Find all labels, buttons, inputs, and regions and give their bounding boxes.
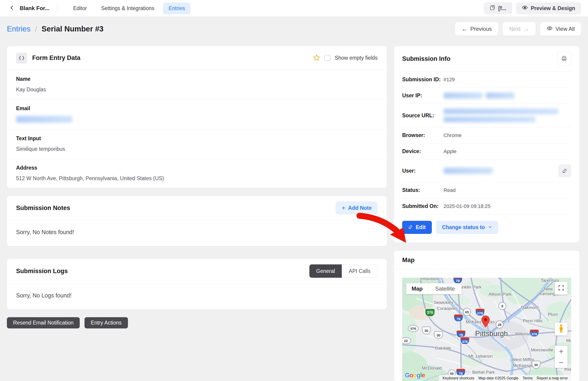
- google-logo[interactable]: Google: [405, 372, 425, 379]
- pencil-icon: [562, 168, 567, 174]
- previous-label: Previous: [470, 26, 492, 32]
- map-town-label: Aliquippa: [421, 278, 439, 281]
- star-icon[interactable]: [313, 54, 320, 62]
- map-town-label: Monroeville: [531, 347, 553, 353]
- edit-entry-button[interactable]: Edit: [402, 221, 432, 234]
- breadcrumb: Entries / Serial Number #3: [7, 24, 104, 33]
- info-row: Submission ID: #129: [402, 71, 571, 88]
- entry-field-row: Address 512 W North Ave, Pittsburgh, Pen…: [7, 159, 387, 188]
- google-logo-letter: o: [410, 372, 413, 379]
- map-route-shield: 28: [496, 321, 504, 328]
- submission-info-card: Submission Info Submission ID: #129 User…: [394, 46, 580, 243]
- map-pegman-control[interactable]: [555, 323, 567, 336]
- map-zoom-control: + −: [555, 346, 567, 368]
- redacted-source-url: [443, 117, 535, 122]
- info-label: Status:: [402, 187, 443, 193]
- map-town-label: Bethel Park: [472, 370, 495, 375]
- map-card: Map: [394, 251, 580, 381]
- card-title: Map: [402, 257, 571, 264]
- redacted-source-url: [443, 109, 558, 114]
- map-town-label: Mt. Lebanon: [468, 354, 493, 359]
- map-town-label: New: [544, 286, 553, 291]
- resend-email-notification-button[interactable]: Resend Email Notification: [7, 317, 80, 328]
- logs-tab-group: General API Calls: [309, 264, 378, 278]
- info-row: Submitted On: 2025-01-09 09:18:25: [402, 198, 571, 214]
- divider: [57, 4, 57, 13]
- map-town-label: McKees Rocks: [466, 320, 495, 324]
- next-entry-button[interactable]: Next →: [503, 22, 536, 36]
- arrow-left-icon: ←: [462, 25, 468, 33]
- map-type-satellite-button[interactable]: Satellite: [428, 283, 462, 294]
- info-label: Submitted On:: [402, 203, 443, 209]
- redacted-user-ip: [486, 93, 514, 99]
- field-value: 512 W North Ave, Pittsburgh, Pennsylvani…: [16, 175, 378, 181]
- edit-user-button[interactable]: [558, 164, 571, 177]
- map-route-shield: 279: [475, 308, 485, 316]
- map-town-label: Allison Park: [488, 292, 511, 297]
- field-label: Email: [16, 105, 378, 112]
- back-button[interactable]: [7, 3, 17, 13]
- map-marker-pin[interactable]: [481, 315, 490, 329]
- card-title: Form Entry Data: [32, 54, 80, 61]
- breadcrumb-row: Entries / Serial Number #3 ← Previous Ne…: [7, 22, 581, 36]
- tab-settings-integrations[interactable]: Settings & Integrations: [96, 2, 160, 14]
- zoom-out-button[interactable]: −: [555, 357, 567, 368]
- tab-general[interactable]: General: [309, 264, 342, 278]
- preview-design-button[interactable]: Preview & Design: [516, 2, 581, 14]
- no-logs-message: Sorry, No Logs found!: [7, 283, 387, 309]
- add-note-label: Add Note: [348, 205, 372, 211]
- map-type-map-button[interactable]: Map: [406, 283, 428, 294]
- info-row: Status: Read: [402, 182, 571, 198]
- map-attribution-item[interactable]: Keyboard shortcuts: [441, 376, 476, 380]
- pencil-icon: [408, 224, 413, 230]
- print-button[interactable]: [557, 52, 571, 66]
- map-attribution-item[interactable]: Terms: [521, 376, 535, 380]
- entry-field-row: Name Kay Douglas: [7, 70, 387, 99]
- map-route-shield: 376: [460, 337, 470, 344]
- map-route-shield: 65: [463, 308, 471, 316]
- form-title: Blank For...: [20, 5, 49, 11]
- show-empty-fields-label: Show empty fields: [335, 55, 378, 61]
- previous-entry-button[interactable]: ← Previous: [455, 22, 498, 36]
- zoom-in-button[interactable]: +: [555, 346, 567, 357]
- fullscreen-icon: [558, 285, 564, 292]
- breadcrumb-entries-link[interactable]: Entries: [7, 24, 31, 33]
- change-status-label: Change status to: [442, 224, 485, 230]
- edit-label: Edit: [416, 224, 426, 230]
- info-row: Source URL:: [402, 104, 571, 127]
- map-route-shield: 576: [408, 325, 419, 332]
- breadcrumb-separator: /: [35, 25, 37, 33]
- preview-design-label: Preview & Design: [531, 5, 575, 11]
- map-town-label: Oakdale: [435, 346, 451, 351]
- field-label: Text Input: [16, 135, 378, 142]
- info-label: User:: [402, 168, 443, 174]
- redacted-email-value: [16, 116, 72, 123]
- view-all-button[interactable]: View All: [540, 22, 581, 36]
- info-row: Device: Apple: [402, 143, 571, 160]
- tab-entries[interactable]: Entries: [163, 2, 191, 14]
- map-route-shield: 376: [425, 308, 435, 317]
- add-note-button[interactable]: + Add Note: [336, 201, 378, 214]
- google-map[interactable]: AliquippaTarentumNewKensingtonFranklin P…: [402, 278, 571, 381]
- field-label: Name: [16, 76, 378, 82]
- tab-editor[interactable]: Editor: [67, 2, 92, 14]
- info-value: Apple: [443, 148, 456, 155]
- tab-api-calls[interactable]: API Calls: [342, 264, 378, 278]
- info-label: User IP:: [402, 93, 443, 99]
- shortcode-button[interactable]: [f...: [484, 2, 512, 14]
- chevron-left-icon: [9, 5, 15, 11]
- printer-icon: [561, 56, 567, 62]
- entry-actions-button[interactable]: Entry Actions: [84, 317, 128, 328]
- map-attribution: Keyboard shortcutsMap data ©2025 GoogleT…: [439, 375, 571, 381]
- entry-field-row: Email: [7, 99, 387, 129]
- change-status-button[interactable]: Change status to: [436, 221, 498, 234]
- info-row: Browser: Chrome: [402, 127, 571, 143]
- map-route-shield: 79: [454, 314, 463, 322]
- map-attribution-item[interactable]: Report a map error: [535, 376, 570, 380]
- show-empty-fields-checkbox[interactable]: [324, 55, 331, 61]
- view-all-label: View All: [555, 26, 575, 32]
- map-fullscreen-button[interactable]: [555, 282, 567, 295]
- map-route-shield: 8: [498, 302, 506, 310]
- pegman-icon: [559, 324, 564, 334]
- info-row: User:: [402, 160, 571, 182]
